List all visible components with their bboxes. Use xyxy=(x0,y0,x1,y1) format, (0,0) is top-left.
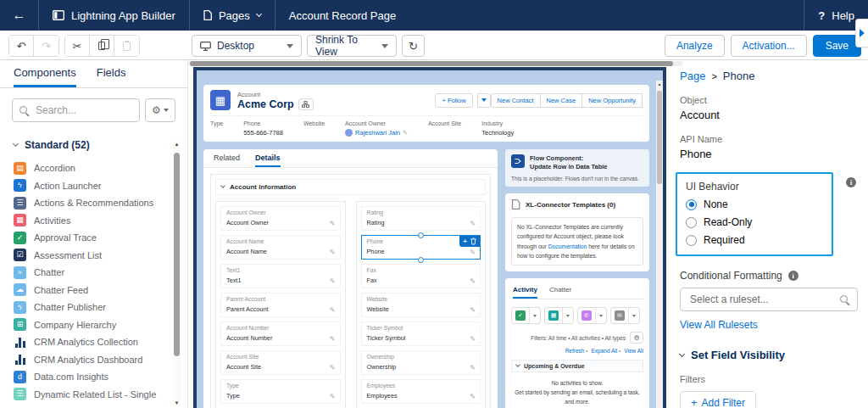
add-filter-button[interactable]: + Add Filter xyxy=(680,391,756,408)
radio-button[interactable] xyxy=(686,199,697,210)
component-list-item[interactable]: d Data.com Insights xyxy=(14,368,187,386)
documentation-link[interactable]: Documentation xyxy=(548,243,587,249)
move-icon[interactable]: + xyxy=(463,238,467,245)
search-input[interactable] xyxy=(34,103,132,117)
component-list-item[interactable]: ☁ Chatter Feed xyxy=(14,282,187,299)
record-details-component[interactable]: Related Details Account Information Acco… xyxy=(203,149,498,408)
view-all-rulesets-link[interactable]: View All Rulesets xyxy=(680,319,858,331)
scroll-down-arrow[interactable]: ▼ xyxy=(173,400,181,406)
pages-menu[interactable]: Pages xyxy=(190,0,275,31)
component-list-item[interactable]: ✓ Approval Trace xyxy=(14,229,187,247)
ui-behavior-option[interactable]: Required xyxy=(686,234,823,246)
component-list-item[interactable]: ▦ Activities xyxy=(14,212,187,230)
field-item[interactable]: Type Type ✎ + xyxy=(220,379,341,404)
upcoming-overdue-section[interactable]: Upcoming & Overdue xyxy=(511,360,643,372)
field-item[interactable]: Ownership Ownership ✎ + xyxy=(361,350,481,375)
scrollbar-thumb[interactable] xyxy=(174,153,180,356)
panel-collapse-button[interactable] xyxy=(855,19,868,48)
app-builder-menu[interactable]: Lightning App Builder xyxy=(39,0,190,31)
component-list-item[interactable]: CRM Analytics Dashboard xyxy=(14,351,187,369)
field-item[interactable]: Account Owner Account Owner ✎ + xyxy=(220,206,341,231)
component-list-item[interactable]: ☰ Actions & Recommendations xyxy=(14,194,187,212)
set-field-visibility-header[interactable]: Set Field Visibility xyxy=(680,349,858,361)
email-button[interactable]: ✉ xyxy=(610,307,640,324)
composer-caret-button[interactable] xyxy=(530,308,540,323)
canvas-vertical-scrollbar[interactable]: ▲ xyxy=(656,81,663,408)
xl-connector-card[interactable]: XL-Connector Templates (0) No XL-Connect… xyxy=(505,193,649,271)
field-item[interactable]: Account Number Account Number ✎ + xyxy=(220,321,341,346)
tab-details[interactable]: Details xyxy=(255,149,281,167)
record-action-button[interactable]: New Contact xyxy=(491,93,541,108)
canvas-horizontal-scrollbar[interactable] xyxy=(188,61,683,66)
log-a-call-button[interactable]: ✆ xyxy=(577,307,607,324)
view-scale-select[interactable]: Shrink To View xyxy=(307,35,397,57)
save-button[interactable]: Save xyxy=(813,35,861,57)
more-actions-button[interactable] xyxy=(477,93,491,108)
device-select[interactable]: Desktop xyxy=(192,35,302,57)
breadcrumb-page-link[interactable]: Page xyxy=(680,70,705,82)
component-list-item[interactable]: ϟ Chatter Publisher xyxy=(14,299,187,316)
ui-behavior-option[interactable]: None xyxy=(686,198,823,210)
field-item[interactable]: Ticker Symbol Ticker Symbol ✎ + xyxy=(361,321,481,346)
component-list-item[interactable]: CRM Analytics Collection xyxy=(14,333,187,351)
scroll-up-arrow[interactable]: ▲ xyxy=(173,141,181,148)
new-event-button[interactable]: ▦ xyxy=(544,307,574,324)
paste-button[interactable] xyxy=(114,36,139,56)
radio-button[interactable] xyxy=(686,235,697,246)
record-action-button[interactable]: New Opportunity xyxy=(582,93,643,108)
tab-related[interactable]: Related xyxy=(214,149,240,167)
ui-behavior-option[interactable]: Read-Only xyxy=(686,216,823,228)
composer-caret-button[interactable] xyxy=(596,308,606,323)
ruleset-search[interactable] xyxy=(680,288,858,311)
field-item[interactable]: Rating Rating ✎ + xyxy=(361,206,481,231)
undo-button[interactable]: ↶ xyxy=(9,36,34,56)
new-task-button[interactable]: ✓ xyxy=(511,307,541,324)
field-item[interactable]: Account Name Account Name ✎ + xyxy=(220,235,341,260)
field-item[interactable]: Website Website ✎ + xyxy=(361,293,481,317)
field-item[interactable]: Employees Employees ✎ + xyxy=(361,379,481,404)
redo-button[interactable]: ↷ xyxy=(34,36,58,56)
tab-chatter[interactable]: Chatter xyxy=(549,284,571,299)
activity-link[interactable]: View All xyxy=(624,348,643,354)
component-list-item[interactable]: ϟ Action Launcher xyxy=(14,177,187,195)
activation-button[interactable]: Activation... xyxy=(731,35,807,57)
settings-dropdown-button[interactable]: ⚙ xyxy=(145,98,175,122)
copy-button[interactable] xyxy=(90,36,114,56)
back-button[interactable]: ← xyxy=(0,0,39,31)
field-item[interactable]: Text1 Text1 ✎ + xyxy=(220,264,341,288)
component-list-item[interactable]: ☑ Assessment List xyxy=(14,247,187,265)
field-item[interactable]: Phone Phone ✎ + xyxy=(361,235,481,260)
field-item[interactable]: Account Site Account Site ✎ + xyxy=(220,350,341,375)
record-action-button[interactable]: New Case xyxy=(541,93,583,108)
flow-component-card[interactable]: Flow Component: Update Row in Data Table… xyxy=(505,149,649,187)
refresh-button[interactable]: ↻ xyxy=(402,35,425,57)
activity-link[interactable]: Refresh xyxy=(565,348,585,354)
field-item[interactable]: Fax Fax ✎ + xyxy=(361,264,481,288)
account-information-section[interactable]: Account Information xyxy=(215,179,486,195)
tab-components[interactable]: Components xyxy=(14,60,76,87)
activity-link[interactable]: Expand All xyxy=(592,348,618,354)
analyze-button[interactable]: Analyze xyxy=(665,35,725,57)
field-item[interactable]: Parent Account Parent Account ✎ + xyxy=(220,293,341,317)
scrollbar-thumb[interactable] xyxy=(657,91,662,184)
standard-section-header[interactable]: Standard (52) xyxy=(0,122,187,151)
composer-caret-button[interactable] xyxy=(629,308,639,323)
activity-filter-gear-button[interactable]: ⚙ xyxy=(630,332,643,344)
tab-activity[interactable]: Activity xyxy=(513,284,537,299)
tab-fields[interactable]: Fields xyxy=(97,60,126,87)
component-list-item[interactable]: ⊞ Company Hierarchy xyxy=(14,316,187,334)
component-list-item[interactable]: ☰ Dynamic Related List - Single xyxy=(14,386,187,404)
scroll-up-arrow[interactable]: ▲ xyxy=(656,81,663,87)
hierarchy-button[interactable] xyxy=(298,98,314,110)
follow-button[interactable]: + Follow xyxy=(435,93,472,108)
component-list-item[interactable]: ≈ Chatter xyxy=(14,264,187,282)
info-icon[interactable] xyxy=(788,271,798,281)
selection-handle[interactable] xyxy=(418,232,424,238)
radio-button[interactable] xyxy=(686,217,697,228)
selection-handle[interactable] xyxy=(418,257,424,263)
composer-caret-button[interactable] xyxy=(563,308,573,323)
ruleset-input[interactable] xyxy=(688,293,835,306)
component-list-item[interactable]: ▤ Accordion xyxy=(14,159,187,177)
component-search[interactable] xyxy=(12,98,140,122)
cut-button[interactable]: ✂ xyxy=(65,36,90,56)
